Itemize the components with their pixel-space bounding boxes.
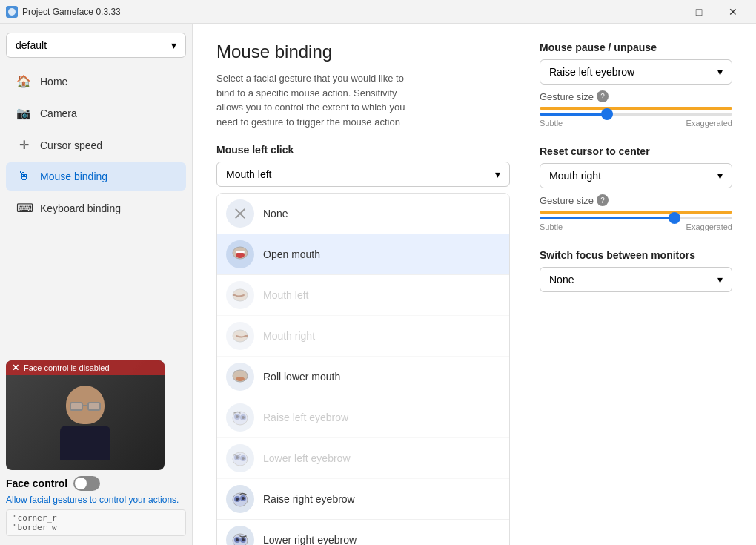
reset-cursor-dropdown[interactable]: Mouth right ▾ — [540, 163, 732, 188]
gesture-name-open-mouth: Open mouth — [263, 248, 320, 260]
reset-cursor-dropdown-wrapper: Mouth right ▾ — [540, 163, 732, 188]
gesture-item-lower-right-eyebrow[interactable]: Lower right eyebrow — [217, 520, 509, 545]
mouse-pause-section: Mouse pause / unpause Raise left eyebrow… — [540, 42, 732, 128]
maximize-button[interactable]: □ — [682, 0, 716, 24]
face-control-row: Face control — [6, 476, 186, 491]
gesture-item-lower-left-eyebrow[interactable]: Lower left eyebrow — [217, 438, 509, 479]
left-click-section-label: Mouse left click — [216, 144, 510, 156]
page-title: Mouse binding — [216, 42, 510, 62]
slider-thumb-pause[interactable] — [601, 108, 613, 120]
gesture-list: None Open mouth — [216, 193, 510, 545]
switch-focus-selected: None — [549, 274, 574, 285]
gesture-item-open-mouth[interactable]: Open mouth — [217, 234, 509, 275]
gesture-size-label-reset: Gesture size ? — [540, 194, 732, 206]
switch-focus-label: Switch focus between monitors — [540, 249, 732, 261]
chevron-down-icon: ▾ — [171, 39, 176, 51]
mouse-pause-dropdown-wrapper: Raise left eyebrow ▾ — [540, 59, 732, 85]
gesture-item-none[interactable]: None — [217, 194, 509, 234]
svg-rect-5 — [236, 251, 245, 253]
profile-label: default — [16, 39, 47, 51]
face-control-disabled-banner: ✕ Face control is disabled — [6, 360, 165, 375]
title-bar: Project Gameface 0.3.33 — □ ✕ — [0, 0, 756, 24]
gesture-item-mouth-right[interactable]: Mouth right — [217, 316, 509, 357]
gesture-name-raise-left-eyebrow: Raise left eyebrow — [263, 412, 348, 423]
gesture-icon-raise-left-eyebrow — [226, 403, 254, 432]
gesture-item-raise-left-eyebrow[interactable]: Raise left eyebrow — [217, 397, 509, 438]
sidebar-item-keyboard-binding-label: Keyboard binding — [40, 202, 121, 214]
dropdown-chevron-icon: ▾ — [495, 168, 500, 180]
close-button[interactable]: ✕ — [716, 0, 750, 24]
keyboard-binding-icon: ⌨ — [16, 201, 31, 215]
gesture-icon-lower-left-eyebrow — [226, 444, 254, 472]
face-preview-image — [6, 360, 165, 470]
mouse-pause-dropdown[interactable]: Raise left eyebrow ▾ — [540, 59, 732, 85]
toggle-knob — [75, 478, 87, 489]
mouse-left-click-selected: Mouth left — [226, 168, 271, 180]
reset-cursor-section: Reset cursor to center Mouth right ▾ Ges… — [540, 145, 732, 231]
sidebar-item-home[interactable]: 🏠 Home — [6, 67, 186, 96]
switch-focus-chevron-icon: ▾ — [717, 274, 723, 285]
profile-dropdown[interactable]: default ▾ — [6, 33, 186, 58]
svg-point-31 — [242, 538, 245, 541]
mouse-left-click-dropdown[interactable]: Mouth left ▾ — [216, 162, 510, 187]
sidebar-item-cursor-speed-label: Cursor speed — [40, 139, 102, 151]
slider-thumb-reset[interactable] — [669, 212, 680, 224]
svg-point-29 — [236, 538, 239, 541]
gesture-item-raise-right-eyebrow[interactable]: Raise right eyebrow — [217, 479, 509, 520]
slider-yellow-track-reset — [540, 211, 732, 214]
app-body: default ▾ 🏠 Home 📷 Camera ✛ Cursor speed… — [0, 24, 756, 545]
switch-focus-dropdown-wrapper: None ▾ — [540, 267, 732, 292]
exaggerated-label-pause: Exaggerated — [686, 119, 732, 128]
svg-point-0 — [8, 8, 16, 16]
main-content: Mouse binding Select a facial gesture th… — [193, 24, 756, 545]
sidebar-item-camera[interactable]: 📷 Camera — [6, 99, 186, 128]
close-x-icon: ✕ — [12, 363, 19, 373]
sidebar-item-keyboard-binding[interactable]: ⌨ Keyboard binding — [6, 194, 186, 222]
gesture-item-roll-lower-mouth[interactable]: Roll lower mouth — [217, 357, 509, 397]
switch-focus-dropdown[interactable]: None ▾ — [540, 267, 732, 292]
gesture-item-mouth-left[interactable]: Mouth left — [217, 275, 509, 316]
code-line-1: "corner_r — [13, 513, 179, 523]
app-icon — [6, 6, 18, 18]
code-line-2: "border_w — [13, 523, 179, 532]
right-panel: Mouse pause / unpause Raise left eyebrow… — [540, 42, 732, 527]
slider-fill-pause — [540, 113, 607, 116]
svg-point-16 — [242, 416, 245, 419]
subtle-label-reset: Subtle — [540, 222, 563, 231]
face-control-label: Face control — [6, 478, 67, 489]
sidebar-item-cursor-speed[interactable]: ✛ Cursor speed — [6, 131, 186, 159]
minimize-button[interactable]: — — [648, 0, 682, 24]
svg-point-19 — [236, 456, 239, 459]
camera-icon: 📷 — [16, 106, 31, 120]
svg-point-21 — [242, 457, 245, 460]
gesture-size-label-pause: Gesture size ? — [540, 90, 732, 102]
reset-cursor-label: Reset cursor to center — [540, 145, 732, 157]
svg-point-11 — [236, 377, 245, 381]
slider-fill-reset — [540, 217, 674, 219]
gesture-name-none: None — [263, 208, 288, 219]
subtle-label-pause: Subtle — [540, 119, 563, 128]
sidebar-item-home-label: Home — [40, 76, 67, 87]
sidebar-bottom: ✕ Face control is disabled — [6, 354, 186, 536]
gesture-size-slider-reset-wrapper — [540, 211, 732, 219]
face-control-toggle[interactable] — [73, 476, 100, 491]
slider-yellow-track-pause — [540, 107, 732, 110]
home-icon: 🏠 — [16, 74, 31, 88]
gesture-name-roll-lower-mouth: Roll lower mouth — [263, 371, 340, 383]
svg-point-24 — [236, 498, 239, 501]
mouse-pause-label: Mouse pause / unpause — [540, 42, 732, 53]
mouse-pause-selected: Raise left eyebrow — [549, 66, 634, 78]
gesture-icon-mouth-right — [226, 322, 254, 350]
gesture-icon-open-mouth — [226, 240, 254, 268]
gesture-name-mouth-right: Mouth right — [263, 330, 315, 342]
code-snippet: "corner_r "border_w — [6, 509, 186, 536]
gesture-size-help-icon-reset[interactable]: ? — [597, 194, 609, 206]
svg-point-14 — [236, 415, 239, 418]
slider-labels-reset: Subtle Exaggerated — [540, 222, 732, 231]
face-control-description: Allow facial gestures to control your ac… — [6, 494, 186, 506]
sidebar-item-mouse-binding[interactable]: 🖱 Mouse binding — [6, 162, 186, 191]
gesture-icon-mouth-left — [226, 281, 254, 309]
gesture-size-help-icon-pause[interactable]: ? — [597, 90, 609, 102]
reset-cursor-selected: Mouth right — [549, 170, 601, 182]
sidebar-item-camera-label: Camera — [40, 108, 77, 119]
